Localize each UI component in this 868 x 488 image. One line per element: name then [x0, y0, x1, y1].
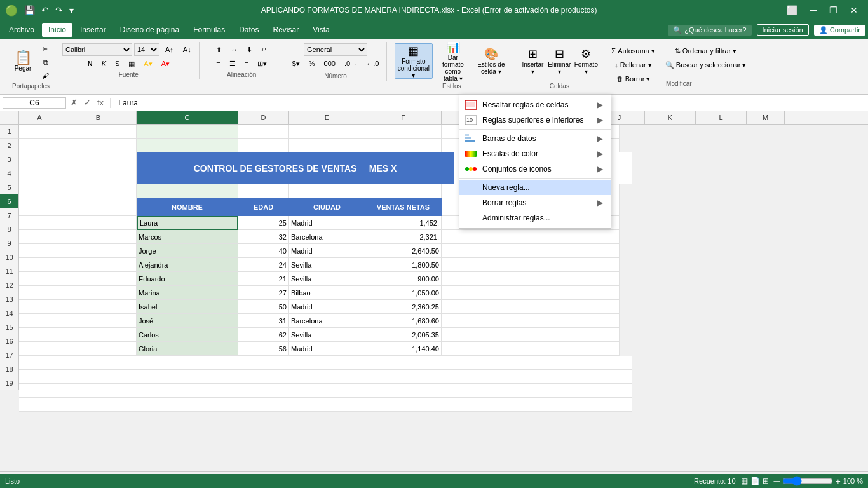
cell-a6[interactable]: [19, 216, 60, 230]
cell-c13[interactable]: José: [137, 314, 238, 328]
col-header-b[interactable]: B: [60, 111, 137, 124]
menu-revisar[interactable]: Revisar: [267, 23, 306, 37]
eliminar-celdas-button[interactable]: ⊟ Eliminar ▾: [547, 43, 571, 79]
cell-d14[interactable]: 62: [238, 328, 289, 342]
cell-a2[interactable]: [19, 139, 60, 152]
cell-f5-ventas[interactable]: VENTAS NETAS: [365, 198, 442, 216]
cell-g10[interactable]: [442, 272, 620, 286]
cell-d11[interactable]: 27: [238, 286, 289, 300]
text-wrap-button[interactable]: ↵: [257, 43, 271, 56]
cell-a15[interactable]: [19, 342, 60, 356]
cell-b7[interactable]: [60, 230, 137, 244]
cell-row19[interactable]: [19, 398, 632, 412]
menu-datos[interactable]: Datos: [233, 23, 265, 37]
ribbon-display-button[interactable]: ⬜: [782, 0, 803, 20]
borrar-button[interactable]: 🗑 Borrar ▾: [607, 72, 658, 85]
menu-vista[interactable]: Vista: [306, 23, 336, 37]
cell-c11[interactable]: Marina: [137, 286, 238, 300]
cell-d1[interactable]: [238, 125, 289, 139]
cell-e8[interactable]: Madrid: [289, 244, 365, 258]
row-header-18[interactable]: 18: [0, 362, 19, 376]
cancel-formula-button[interactable]: ✗: [69, 98, 79, 107]
col-header-a[interactable]: A: [19, 111, 60, 124]
cell-f14[interactable]: 2,005.35: [365, 328, 442, 342]
restore-button[interactable]: ❐: [824, 0, 843, 20]
minimize-button[interactable]: ─: [805, 0, 822, 20]
page-layout-button[interactable]: 📄: [750, 477, 760, 485]
cell-c3-title[interactable]: CONTROL DE GESTORES DE VENTAS MES X: [137, 152, 454, 184]
cell-a9[interactable]: [19, 258, 60, 272]
cell-e13[interactable]: Barcelona: [289, 314, 365, 328]
cell-c2[interactable]: [137, 139, 238, 152]
cell-d8[interactable]: 40: [238, 244, 289, 258]
cell-e5-ciudad[interactable]: CIUDAD: [289, 198, 365, 216]
cell-c15[interactable]: Gloria: [137, 342, 238, 356]
row-header-10[interactable]: 10: [0, 250, 19, 264]
cell-a8[interactable]: [19, 244, 60, 258]
cell-a14[interactable]: [19, 328, 60, 342]
cell-c10[interactable]: Eduardo: [137, 272, 238, 286]
customize-qat-button[interactable]: ▾: [67, 4, 76, 17]
cell-b1[interactable]: [60, 125, 137, 139]
search-box[interactable]: 🔍 ¿Qué desea hacer?: [668, 25, 751, 36]
align-right-button[interactable]: ≡: [241, 57, 252, 70]
dar-formato-tabla-button[interactable]: 📊 Dar formatocomo tabla ▾: [435, 43, 471, 79]
rellenar-button[interactable]: ↓ Rellenar ▾: [607, 58, 658, 71]
cell-g9[interactable]: [442, 258, 620, 272]
cell-c4[interactable]: [137, 184, 238, 198]
cell-c6-laura[interactable]: Laura: [137, 216, 238, 230]
cell-a10[interactable]: [19, 272, 60, 286]
cell-f7[interactable]: 2,321.: [365, 230, 442, 244]
cell-row17[interactable]: [19, 370, 632, 384]
decrease-font-button[interactable]: A↓: [179, 43, 195, 56]
cell-b14[interactable]: [60, 328, 137, 342]
menu-archivo[interactable]: Archivo: [3, 23, 41, 37]
cell-a4[interactable]: [19, 184, 60, 198]
cell-c12[interactable]: Isabel: [137, 300, 238, 314]
zoom-slider[interactable]: [782, 476, 833, 486]
cell-b3[interactable]: [60, 152, 137, 184]
ordenar-button[interactable]: ⇅ Ordenar y filtrar ▾: [661, 44, 750, 57]
menu-formulas[interactable]: Fórmulas: [187, 23, 231, 37]
font-color-button[interactable]: A▾: [158, 57, 173, 70]
cell-f6[interactable]: 1,452.: [365, 216, 442, 230]
cell-g14[interactable]: [442, 328, 620, 342]
cell-f11[interactable]: 1,050.00: [365, 286, 442, 300]
menu-insertar[interactable]: Insertar: [74, 23, 112, 37]
cell-a11[interactable]: [19, 286, 60, 300]
cell-d5-edad[interactable]: EDAD: [238, 198, 289, 216]
cell-d6[interactable]: 25: [238, 216, 289, 230]
cell-f12[interactable]: 2,360.25: [365, 300, 442, 314]
insert-function-button[interactable]: fx: [95, 98, 105, 107]
cell-b12[interactable]: [60, 300, 137, 314]
page-break-button[interactable]: ⊞: [763, 477, 769, 485]
share-button[interactable]: 👤 Compartir: [814, 25, 865, 36]
cell-f1[interactable]: [365, 125, 442, 139]
normal-view-button[interactable]: ▦: [741, 477, 748, 485]
cell-f9[interactable]: 1,800.50: [365, 258, 442, 272]
cell-d15[interactable]: 56: [238, 342, 289, 356]
cell-a1[interactable]: [19, 125, 60, 139]
close-button[interactable]: ✕: [845, 0, 863, 20]
cell-f10[interactable]: 900.00: [365, 272, 442, 286]
cell-c7[interactable]: Marcos: [137, 230, 238, 244]
col-header-c[interactable]: C: [137, 111, 238, 124]
cell-c14[interactable]: Carlos: [137, 328, 238, 342]
row-header-19[interactable]: 19: [0, 376, 19, 390]
row-header-11[interactable]: 11: [0, 264, 19, 278]
cell-c1[interactable]: [137, 125, 238, 139]
cell-e1[interactable]: [289, 125, 365, 139]
menu-item-admin-reglas[interactable]: Administrar reglas...: [459, 210, 611, 226]
col-header-l[interactable]: L: [696, 111, 747, 124]
cell-d2[interactable]: [238, 139, 289, 152]
redo-button[interactable]: ↷: [53, 4, 65, 17]
cell-d9[interactable]: 24: [238, 258, 289, 272]
align-left-button[interactable]: ≡: [212, 57, 224, 70]
sign-in-button[interactable]: Iniciar sesión: [757, 24, 809, 36]
row-header-13[interactable]: 13: [0, 292, 19, 306]
col-header-k[interactable]: K: [645, 111, 696, 124]
col-header-f[interactable]: F: [365, 111, 442, 124]
cell-b5[interactable]: [60, 198, 137, 216]
cell-b8[interactable]: [60, 244, 137, 258]
font-name-select[interactable]: Calibri: [62, 43, 132, 56]
